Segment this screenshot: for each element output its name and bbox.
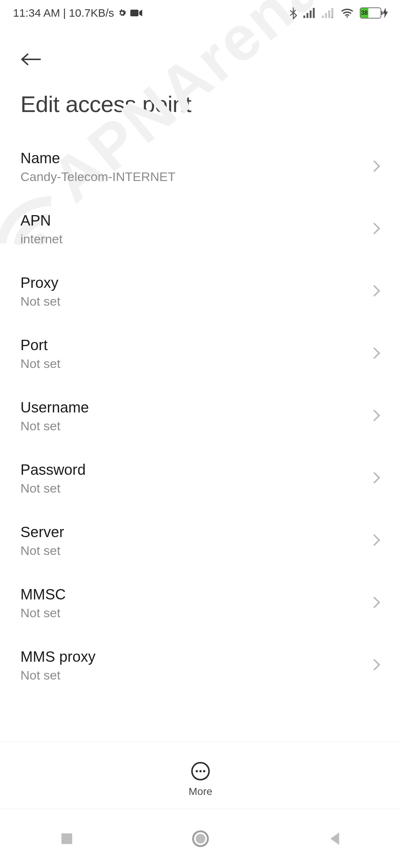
status-sep: | [63,7,66,19]
signal1-icon: 4G [303,8,316,18]
page-title: Edit access point [0,74,401,132]
chevron-right-icon [372,471,381,486]
content: APNArena Name Candy-Telecom-INTERNET APN… [0,132,401,700]
row-value: Not set [20,294,61,309]
chevron-right-icon [372,409,381,424]
row-title: APN [20,212,62,229]
svg-rect-7 [328,10,330,18]
status-left: 11:34 AM | 10.7KB/s [13,7,142,19]
svg-rect-13 [62,833,72,844]
svg-rect-5 [322,16,324,18]
network-badge: 4G [304,3,311,9]
row-value: Not set [20,419,89,433]
system-nav-bar [0,809,401,868]
chevron-right-icon [372,284,381,299]
row-name[interactable]: Name Candy-Telecom-INTERNET [0,136,401,198]
status-speed: 10.7KB/s [69,7,114,19]
svg-point-15 [196,834,205,844]
svg-point-10 [346,16,348,17]
gear-icon [117,8,127,18]
row-apn[interactable]: APN internet [0,198,401,260]
row-value: Not set [20,356,61,371]
back-button[interactable] [20,48,43,70]
row-title: Port [20,337,61,354]
status-time: 11:34 AM [13,7,60,19]
nav-back-button[interactable] [323,828,345,850]
bottom-action-bar: More [0,742,401,809]
camera-icon [130,9,142,17]
square-icon [60,832,74,845]
svg-rect-0 [130,10,138,16]
nav-recents-button[interactable] [56,828,78,850]
row-title: Name [20,150,176,167]
circle-icon [192,830,209,848]
status-bar: 11:34 AM | 10.7KB/s 4G x 38 [0,0,401,26]
svg-rect-3 [310,10,312,18]
chevron-right-icon [372,658,381,673]
row-title: Proxy [20,274,61,291]
row-username[interactable]: Username Not set [0,385,401,447]
row-mms-proxy[interactable]: MMS proxy Not set [0,634,401,697]
svg-rect-1 [303,16,305,18]
triangle-left-icon [328,831,340,846]
row-title: MMSC [20,586,66,603]
row-value: Not set [20,481,86,496]
row-port[interactable]: Port Not set [0,323,401,385]
chevron-right-icon [372,596,381,611]
svg-rect-2 [307,13,309,18]
svg-rect-4 [313,8,315,18]
chevron-right-icon [372,222,381,237]
app-bar [0,26,401,74]
arrow-left-icon [20,52,41,67]
row-title: Username [20,399,89,416]
bolt-icon [383,8,388,18]
bluetooth-icon [289,7,297,19]
battery-indicator: 38 [360,7,388,19]
more-button[interactable]: More [189,762,212,798]
more-label: More [189,786,212,798]
status-right: 4G x 38 [289,7,388,19]
signal2-icon: x [322,8,335,18]
row-value: internet [20,232,62,246]
row-value: Not set [20,606,66,620]
row-value: Not set [20,668,95,683]
chevron-right-icon [372,533,381,548]
row-proxy[interactable]: Proxy Not set [0,260,401,323]
row-title: MMS proxy [20,648,95,665]
row-title: Password [20,461,86,478]
more-icon [191,762,210,780]
nav-home-button[interactable] [189,828,212,850]
chevron-right-icon [372,160,381,174]
row-server[interactable]: Server Not set [0,510,401,572]
row-value: Not set [20,543,64,558]
row-value: Candy-Telecom-INTERNET [20,170,176,184]
row-password[interactable]: Password Not set [0,447,401,510]
wifi-icon [340,8,354,18]
svg-text:x: x [331,15,334,18]
chevron-right-icon [372,346,381,361]
row-mmsc[interactable]: MMSC Not set [0,572,401,634]
svg-rect-6 [325,13,327,18]
battery-pct: 38 [361,8,368,18]
settings-list: Name Candy-Telecom-INTERNET APN internet… [0,132,401,700]
row-title: Server [20,524,64,540]
